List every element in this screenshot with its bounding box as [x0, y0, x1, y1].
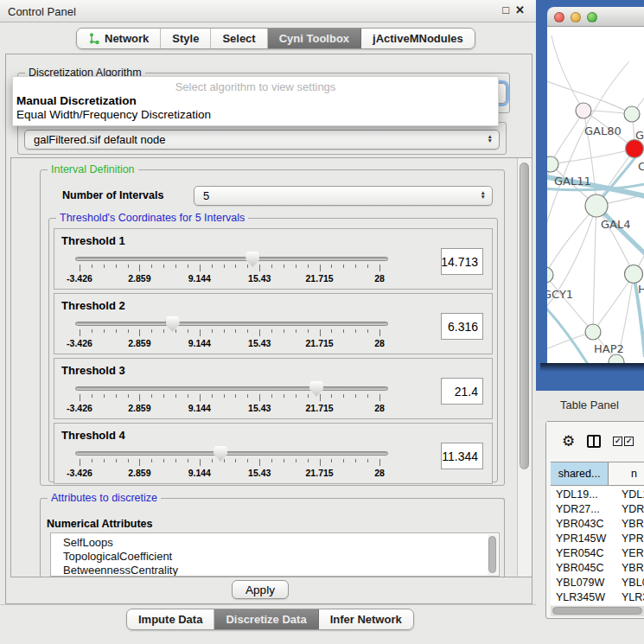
panel-scrollbar-thumb[interactable]	[520, 163, 529, 469]
numerical-attributes-label: Numerical Attributes	[47, 518, 152, 530]
svg-text:GAL11: GAL11	[554, 175, 591, 188]
columns-icon[interactable]	[587, 435, 601, 448]
algorithm-popup: Select algorithm to view settings Manual…	[12, 76, 499, 126]
tab-style[interactable]: Style	[161, 29, 211, 48]
threshold-2-label: Threshold 2	[61, 299, 125, 312]
list-item[interactable]: TopologicalCoefficient	[63, 550, 499, 564]
attributes-group-title: Attributes to discretize	[48, 492, 161, 504]
thresholds-group-title: Threshold's Coordinates for 5 Intervals	[56, 212, 248, 224]
svg-text:GA: GA	[635, 129, 644, 142]
node-selected-red[interactable]	[626, 140, 644, 158]
close-traffic-light-icon[interactable]	[554, 12, 564, 22]
table-row[interactable]: YDR27...YDR2	[551, 501, 644, 516]
screen: Control Panel □ ✕ Network Style Select C…	[0, 0, 644, 644]
num-intervals-label: Number of Intervals	[62, 189, 163, 201]
tab-impute-data[interactable]: Impute Data	[127, 609, 214, 629]
tab-network[interactable]: Network	[77, 29, 161, 48]
tab-discretize-data[interactable]: Discretize Data	[214, 609, 318, 629]
panel-scrollbar[interactable]	[517, 158, 532, 577]
interval-definition-title: Interval Definition	[48, 163, 138, 175]
slider-ticks	[80, 459, 380, 467]
slider-track	[75, 257, 388, 261]
threshold-1-panel: Threshold 1 -3.4262.8599.14415.4321.7152…	[54, 228, 493, 290]
threshold-4-label: Threshold 4	[61, 429, 125, 442]
threshold-1-slider[interactable]: -3.4262.8599.14415.4321.71528	[75, 252, 388, 284]
list-item[interactable]: SelfLoops	[63, 536, 499, 550]
checkbox-checked-icon[interactable]	[624, 437, 634, 446]
close-panel-icon[interactable]: ✕	[515, 3, 525, 16]
slider-ticks	[80, 265, 380, 272]
table-row[interactable]: YPR145WYPR1	[551, 531, 644, 545]
node-gcy1[interactable]	[547, 267, 553, 283]
gear-icon[interactable]: ⚙	[562, 434, 575, 449]
apply-button[interactable]: Apply	[232, 580, 289, 599]
threshold-4-value-field[interactable]: 11.344	[441, 443, 483, 469]
threshold-4-slider[interactable]: -3.4262.8599.14415.4321.71528	[75, 446, 388, 479]
node-ga[interactable]	[624, 106, 640, 122]
table-row[interactable]: YBR043CYBR0	[551, 516, 644, 531]
node-gal11[interactable]	[547, 156, 558, 172]
combo-stepper-icon	[488, 134, 493, 143]
slider-tick-labels: -3.4262.8599.14415.4321.71528	[80, 403, 380, 413]
threshold-2-panel: Threshold 2 -3.4262.8599.14415.4321.7152…	[54, 293, 493, 354]
threshold-2-value-field[interactable]: 6.316	[441, 313, 483, 340]
table-scrollbar-thumb[interactable]	[552, 607, 642, 615]
popup-item-equal-width-frequency[interactable]: Equal Width/Frequency Discretization	[13, 108, 498, 122]
node-h[interactable]	[625, 265, 643, 284]
num-intervals-combobox[interactable]: 5	[194, 186, 493, 206]
control-panel-titlebar: Control Panel □ ✕	[0, 0, 536, 22]
num-intervals-value: 5	[203, 189, 209, 202]
popup-item-manual-discretization[interactable]: Manual Discretization	[13, 94, 498, 108]
svg-text:HAP2: HAP2	[594, 342, 624, 355]
node-gal80[interactable]	[576, 103, 591, 118]
node-gal4[interactable]	[585, 194, 608, 217]
list-item[interactable]: BetweennessCentrality	[63, 564, 499, 577]
minimize-traffic-light-icon[interactable]	[571, 12, 581, 22]
slider-track	[75, 386, 388, 391]
table-horizontal-scrollbar[interactable]	[551, 606, 644, 616]
table-panel-header: Table Panel	[536, 391, 644, 419]
slider-tick-labels: -3.4262.8599.14415.4321.71528	[80, 273, 380, 284]
threshold-3-slider[interactable]: -3.4262.8599.14415.4321.71528	[75, 381, 388, 414]
tab-select[interactable]: Select	[211, 29, 267, 48]
table-data-combobox[interactable]: galFiltered.sif default node	[24, 130, 500, 150]
svg-text:C: C	[638, 160, 644, 173]
table-row[interactable]: YLR345WYLR3	[551, 590, 644, 604]
table-toolbar: ⚙	[546, 422, 644, 460]
slider-track	[75, 451, 388, 456]
threshold-3-value-field[interactable]: 21.4	[441, 378, 483, 405]
table-row[interactable]: YBR045CYBR0	[551, 560, 644, 575]
node-hap2[interactable]	[585, 324, 601, 340]
network-view-canvas[interactable]: GAL80 GA C GAL11 GAL4 GCY1 H HAP2	[547, 27, 644, 363]
tab-infer-network[interactable]: Infer Network	[319, 609, 413, 629]
table-row[interactable]: YIL052CYIL0	[551, 604, 644, 605]
float-window-icon[interactable]: □	[502, 3, 509, 16]
table-row[interactable]: YDL19...YDL1	[551, 487, 644, 501]
numerical-attributes-list: SelfLoops TopologicalCoefficient Between…	[50, 532, 500, 577]
threshold-1-label: Threshold 1	[61, 234, 125, 247]
control-panel: Control Panel □ ✕ Network Style Select C…	[0, 0, 536, 644]
threshold-1-value-field[interactable]: 14.713	[441, 248, 483, 275]
table-row[interactable]: YBL079WYBL0	[551, 575, 644, 590]
node-partial[interactable]	[609, 354, 624, 363]
list-scrollbar-thumb[interactable]	[488, 536, 496, 573]
column-header-name[interactable]: n	[609, 462, 644, 485]
svg-text:H: H	[638, 283, 644, 296]
tab-jactivemnodules[interactable]: jActiveMNodules	[361, 29, 475, 48]
checkbox-checked-icon[interactable]	[613, 437, 622, 446]
slider-tick-labels: -3.4262.8599.14415.4321.71528	[80, 338, 380, 348]
slider-track	[75, 322, 388, 326]
zoom-traffic-light-icon[interactable]	[587, 12, 597, 22]
table-panel-window: ⚙ shared... n YDL19...YDL1 YDR27...YDR2 …	[545, 421, 644, 619]
svg-text:GAL80: GAL80	[584, 124, 622, 137]
list-scrollbar[interactable]	[488, 534, 498, 576]
column-header-shared-name[interactable]: shared...	[551, 462, 609, 485]
popup-prompt: Select algorithm to view settings	[13, 77, 498, 94]
slider-ticks	[80, 394, 380, 402]
threshold-2-slider[interactable]: -3.4262.8599.14415.4321.71528	[75, 316, 388, 349]
table-panel-title: Table Panel	[560, 399, 619, 411]
table-row[interactable]: YER054CYER0	[551, 545, 644, 560]
combo-stepper-icon	[481, 190, 486, 199]
threshold-4-panel: Threshold 4 -3.4262.8599.14415.4321.7152…	[54, 423, 493, 484]
tab-cyni-toolbox[interactable]: Cyni Toolbox	[268, 29, 361, 48]
